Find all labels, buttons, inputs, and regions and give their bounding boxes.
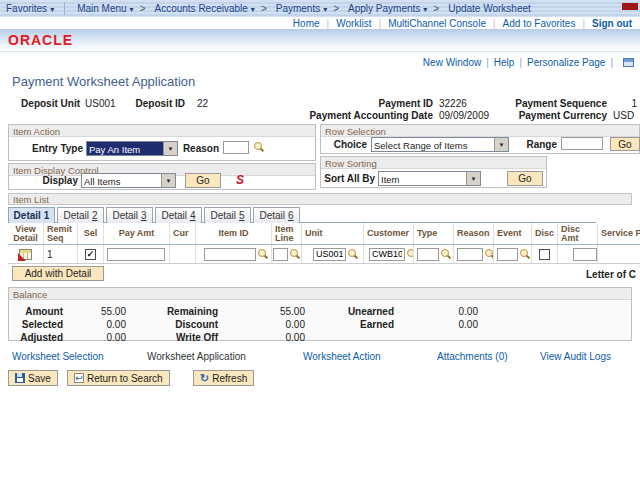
payment-currency-label: Payment Currency <box>450 110 607 121</box>
currency-conversion-icon[interactable]: S <box>236 173 244 187</box>
disc-amt-input[interactable] <box>573 248 597 261</box>
tab-detail-6[interactable]: Detail6 <box>253 207 300 223</box>
selected-value: 0.00 <box>69 319 126 330</box>
type-lookup-icon[interactable] <box>440 248 450 260</box>
breadcrumb-item-update-worksheet[interactable]: Update Worksheet <box>448 3 531 14</box>
refresh-button[interactable]: Refresh <box>193 370 254 386</box>
dropdown-arrow-icon[interactable] <box>163 142 177 155</box>
remaining-value: 55.00 <box>224 306 305 317</box>
save-button[interactable]: Save <box>8 370 58 386</box>
display-value: All Items <box>82 174 161 187</box>
grid-header-row: View Detail Remit Seq Sel Pay Amt Cur It… <box>8 223 640 245</box>
event-input[interactable] <box>497 248 518 261</box>
add-to-favorites-link[interactable]: Add to Favorites <box>503 18 576 29</box>
letter-of-credit-label: Letter of C <box>586 269 636 280</box>
col-view-detail-header: View Detail <box>8 223 44 244</box>
worklist-link[interactable]: Worklist <box>336 18 371 29</box>
new-window-link[interactable]: New Window <box>423 57 481 68</box>
display-select[interactable]: All Items <box>81 173 176 188</box>
reason-row-lookup-icon[interactable] <box>484 248 490 260</box>
entry-type-select[interactable]: Pay An Item <box>86 141 178 156</box>
help-link[interactable]: Help <box>494 57 515 68</box>
col-disc-header: Disc <box>532 223 558 244</box>
chevron-down-icon <box>248 3 255 14</box>
item-id-lookup-icon[interactable] <box>257 248 268 260</box>
tab-detail-5[interactable]: Detail5 <box>204 207 251 223</box>
tab-detail-3[interactable]: Detail3 <box>106 207 153 223</box>
col-remit-seq-header: Remit Seq <box>44 223 78 244</box>
choice-select[interactable]: Select Range of Items <box>371 137 509 152</box>
breadcrumb-item-main-menu[interactable]: Main Menu <box>77 3 133 14</box>
range-input[interactable] <box>561 137 603 150</box>
view-detail-icon[interactable] <box>19 249 32 260</box>
return-to-search-button[interactable]: Return to Search <box>67 370 170 386</box>
unit-input[interactable] <box>313 248 346 261</box>
attachments-link[interactable]: Attachments (0) <box>437 351 508 362</box>
add-with-detail-button[interactable]: Add with Detail <box>12 266 104 281</box>
item-action-groupbox: Item Action Entry Type Pay An Item Reaso… <box>8 124 316 161</box>
deposit-id-value: 22 <box>197 98 208 109</box>
dropdown-arrow-icon[interactable] <box>161 174 175 187</box>
payment-sequence-value: 1 <box>613 98 637 109</box>
breadcrumb-item-apply-payments[interactable]: Apply Payments <box>348 3 427 14</box>
reason-input[interactable] <box>223 141 249 154</box>
sort-go-button[interactable]: Go <box>507 171 543 186</box>
pay-amt-input[interactable] <box>107 248 165 261</box>
sort-all-by-select[interactable]: Item <box>378 171 481 186</box>
col-customer-header: Customer <box>364 223 414 244</box>
breadcrumb-bar: Favorites Main Menu Accounts Receivable … <box>0 0 640 17</box>
chevron-down-icon <box>47 3 54 14</box>
range-label: Range <box>511 139 557 150</box>
reason-lookup-icon[interactable] <box>253 141 264 153</box>
range-go-button[interactable]: Go <box>610 137 640 151</box>
divider <box>372 18 389 29</box>
discount-value: 0.00 <box>224 319 305 330</box>
row-selection-title: Row Selection <box>321 125 639 137</box>
http-window-icon[interactable] <box>623 58 634 67</box>
tab-detail-2[interactable]: Detail2 <box>57 207 104 223</box>
write-off-value: 0.00 <box>224 332 305 343</box>
personalize-page-link[interactable]: Personalize Page <box>527 57 605 68</box>
chevron-down-icon <box>420 3 427 14</box>
unit-lookup-icon[interactable] <box>347 248 358 260</box>
col-disc-amt-header: Disc Amt <box>558 223 598 244</box>
customer-input[interactable] <box>369 248 405 261</box>
sign-out-link[interactable]: Sign out <box>592 18 632 29</box>
divider <box>575 18 592 29</box>
customer-lookup-icon[interactable] <box>406 248 412 260</box>
item-line-lookup-icon[interactable] <box>289 248 300 260</box>
worksheet-selection-link[interactable]: Worksheet Selection <box>12 351 104 362</box>
item-id-input[interactable] <box>204 248 256 261</box>
event-lookup-icon[interactable] <box>519 248 528 260</box>
breadcrumb-separator <box>427 3 442 14</box>
col-type-header: Type <box>414 223 454 244</box>
save-icon <box>15 373 25 383</box>
col-event-header: Event <box>494 223 532 244</box>
selected-label: Selected <box>9 319 63 330</box>
type-input[interactable] <box>417 248 439 261</box>
sort-all-by-label: Sort All By <box>321 173 375 184</box>
chevron-down-icon <box>127 3 134 14</box>
home-link[interactable]: Home <box>293 18 320 29</box>
worksheet-action-link[interactable]: Worksheet Action <box>303 351 381 362</box>
red-status-box <box>622 3 638 10</box>
dropdown-arrow-icon[interactable] <box>494 138 508 151</box>
favorites-menu[interactable]: Favorites <box>6 3 54 14</box>
col-cur-header: Cur <box>170 223 196 244</box>
reason-row-input[interactable] <box>457 248 483 261</box>
breadcrumb-item-payments[interactable]: Payments <box>276 3 327 14</box>
multichannel-console-link[interactable]: MultiChannel Console <box>388 18 486 29</box>
dropdown-arrow-icon[interactable] <box>466 172 480 185</box>
divider <box>481 57 494 68</box>
breadcrumb-item-accounts-receivable[interactable]: Accounts Receivable <box>154 3 254 14</box>
page-links: New Window Help Personalize Page <box>423 57 634 68</box>
display-go-button[interactable]: Go <box>185 173 221 188</box>
view-audit-logs-link[interactable]: View Audit Logs <box>540 351 611 362</box>
detail-tabs: Detail1 Detail2 Detail3 Detail4 Detail5 … <box>8 207 300 223</box>
sel-checkbox[interactable]: ✓ <box>85 249 96 260</box>
item-line-input[interactable] <box>273 248 288 261</box>
item-row: 1 ✓ <box>8 245 640 264</box>
tab-detail-1[interactable]: Detail1 <box>8 207 55 223</box>
disc-checkbox[interactable] <box>539 249 550 260</box>
tab-detail-4[interactable]: Detail4 <box>155 207 202 223</box>
